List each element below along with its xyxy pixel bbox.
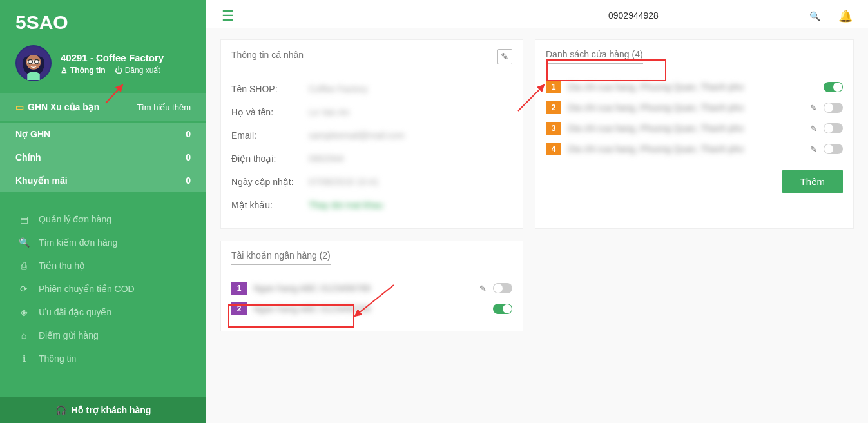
link-logout[interactable]: ⏻Đăng xuất — [115, 66, 160, 75]
card-title-banks: Tài khoản ngân hàng (2) — [231, 250, 331, 265]
toggle[interactable] — [824, 144, 843, 154]
nav-item-label: Phiên chuyển tiền COD — [39, 284, 135, 294]
edit-icon[interactable]: ✎ — [479, 284, 487, 293]
val-updated: 07/08/2019 10:41 — [309, 177, 379, 187]
nav-item-label: Tìm kiếm đơn hàng — [39, 237, 117, 248]
balance-row-value: 0 — [186, 152, 191, 162]
learn-more-link[interactable]: Tìm hiểu thêm — [137, 103, 191, 112]
bank-badge: 1 — [231, 282, 247, 295]
val-shop: Coffee Factory — [309, 84, 368, 94]
nav-item[interactable]: ▤Quản lý đơn hàng — [0, 208, 206, 231]
nav-item-label: Điểm gửi hàng — [39, 330, 99, 340]
bell-icon[interactable]: 🔔 — [838, 9, 853, 23]
toggle[interactable] — [824, 103, 843, 113]
val-password[interactable]: Thay doi mat khau — [309, 200, 383, 210]
store-badge: 1 — [546, 81, 561, 93]
refresh-icon: ⟳ — [18, 284, 30, 294]
balance-row: Chính0 — [0, 146, 206, 169]
nav-item-label: Quản lý đơn hàng — [39, 214, 111, 224]
nav-item[interactable]: ℹThông tin — [0, 347, 206, 370]
main: ☰ 🔍 🔔 Thông tin cá nhân ✎ Tên SHOP:Coffe… — [206, 0, 868, 423]
store-badge: 4 — [546, 143, 561, 155]
bank-text: Ngan hang ABC 0123456789 — [253, 283, 473, 293]
label-password: Mật khẩu: — [231, 200, 309, 210]
nav-item[interactable]: 🔍Tìm kiếm đơn hàng — [0, 231, 206, 254]
link-info[interactable]: ♙Thông tin — [61, 66, 106, 75]
store-text: Dia chi cua hang, Phuong Quan, Thanh pho — [568, 103, 804, 113]
info-icon: ℹ — [18, 353, 30, 364]
label-shop: Tên SHOP: — [231, 84, 309, 94]
edit-icon[interactable]: ✎ — [810, 124, 817, 133]
balance-row-label: Chính — [15, 152, 41, 162]
money-icon: ⎙ — [18, 261, 30, 271]
label-email: Email: — [231, 130, 309, 141]
toggle[interactable] — [824, 82, 843, 92]
val-phone: 0902944 — [309, 153, 344, 164]
bank-text: Ngan hang ABC 0123456789 — [253, 304, 487, 314]
search-input[interactable] — [604, 6, 824, 25]
logo: 5SAO — [0, 0, 206, 39]
card-banks: Tài khoản ngân hàng (2) 1 Ngan hang ABC … — [220, 241, 523, 331]
nav-item[interactable]: ◈Ưu đãi đặc quyền — [0, 300, 206, 324]
bank-row: 2 Ngan hang ABC 0123456789 — [231, 299, 512, 319]
store-row: 3 Dia chi cua hang, Phuong Quan, Thanh p… — [546, 118, 843, 139]
headset-icon: 🎧 — [55, 405, 66, 415]
toggle[interactable] — [493, 304, 512, 314]
card-title-stores: Danh sách cửa hàng (4) — [546, 49, 643, 64]
nav-item[interactable]: ⟳Phiên chuyển tiền COD — [0, 277, 206, 300]
card-icon: ▭ — [15, 102, 24, 112]
val-name: Le Van An — [309, 107, 350, 117]
store-badge: 2 — [546, 101, 561, 114]
search-icon: 🔍 — [18, 237, 30, 248]
bank-badge: 2 — [231, 302, 247, 315]
label-phone: Điện thoại: — [231, 153, 309, 164]
nav-item-label: Thông tin — [39, 353, 76, 364]
card-stores: Danh sách cửa hàng (4) 1 Dia chi cua han… — [535, 39, 854, 229]
edit-personal-icon[interactable]: ✎ — [497, 49, 512, 64]
add-store-button[interactable]: Thêm — [782, 170, 843, 193]
sidebar: 5SAO 40291 - Coffee Factory ♙Thông tin ⏻… — [0, 0, 206, 423]
profile-block: 40291 - Coffee Factory ♙Thông tin ⏻Đăng … — [0, 39, 206, 93]
label-updated: Ngày cập nhật: — [231, 177, 309, 187]
menu-toggle-icon[interactable]: ☰ — [222, 9, 235, 23]
store-badge: 3 — [546, 122, 561, 135]
val-email: sampleemail@mail.com — [309, 130, 405, 141]
balance-rows: Nợ GHN0Chính0Khuyến mãi0 — [0, 121, 206, 192]
edit-icon[interactable]: ✎ — [810, 103, 817, 113]
home-icon: ⌂ — [18, 330, 30, 340]
store-text: Dia chi cua hang, Phuong Quan, Thanh pho — [568, 82, 817, 92]
nav-item-label: Tiền thu hộ — [39, 261, 85, 271]
balance-title: ▭GHN Xu của bạn — [15, 102, 99, 112]
support-button[interactable]: 🎧 Hỗ trợ khách hàng — [0, 397, 206, 423]
user-icon: ♙ — [61, 66, 68, 75]
nav: ▤Quản lý đơn hàng🔍Tìm kiếm đơn hàng⎙Tiền… — [0, 192, 206, 397]
balance-header: ▭GHN Xu của bạn Tìm hiểu thêm — [0, 93, 206, 121]
store-row: 1 Dia chi cua hang, Phuong Quan, Thanh p… — [546, 77, 843, 97]
label-name: Họ và tên: — [231, 107, 309, 117]
balance-row: Nợ GHN0 — [0, 123, 206, 146]
store-text: Dia chi cua hang, Phuong Quan, Thanh pho — [568, 144, 804, 154]
balance-row-label: Khuyến mãi — [15, 175, 68, 186]
profile-title: 40291 - Coffee Factory — [61, 52, 191, 63]
balance-row: Khuyến mãi0 — [0, 169, 206, 192]
card-personal: Thông tin cá nhân ✎ Tên SHOP:Coffee Fact… — [220, 39, 523, 229]
avatar — [15, 45, 52, 81]
search-icon[interactable]: 🔍 — [809, 11, 820, 21]
nav-item-label: Ưu đãi đặc quyền — [39, 307, 111, 317]
nav-item[interactable]: ⌂Điểm gửi hàng — [0, 324, 206, 347]
store-row: 2 Dia chi cua hang, Phuong Quan, Thanh p… — [546, 97, 843, 118]
balance-row-value: 0 — [186, 129, 191, 139]
nav-item[interactable]: ⎙Tiền thu hộ — [0, 254, 206, 277]
card-title-personal: Thông tin cá nhân — [231, 50, 304, 64]
topbar: ☰ 🔍 🔔 — [206, 0, 868, 28]
balance-row-value: 0 — [186, 175, 191, 186]
balance-row-label: Nợ GHN — [15, 129, 50, 139]
power-icon: ⏻ — [115, 66, 122, 75]
store-row: 4 Dia chi cua hang, Phuong Quan, Thanh p… — [546, 139, 843, 159]
edit-icon[interactable]: ✎ — [810, 144, 817, 154]
toggle[interactable] — [824, 123, 843, 133]
bank-row: 1 Ngan hang ABC 0123456789 ✎ — [231, 278, 512, 299]
toggle[interactable] — [493, 283, 512, 293]
diamond-icon: ◈ — [18, 307, 30, 317]
list-icon: ▤ — [18, 214, 30, 224]
